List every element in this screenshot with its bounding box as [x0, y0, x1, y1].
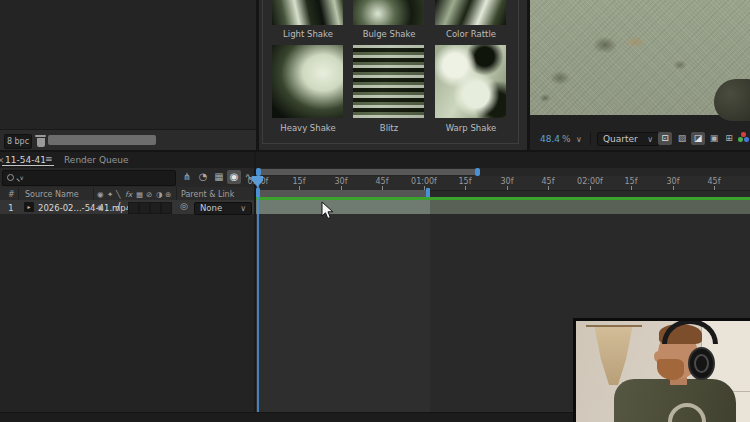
adjustment-switch-icon[interactable]: ◑	[156, 190, 163, 199]
project-panel: 8 bpc	[0, 0, 256, 150]
frame-blending-icon[interactable]: ▦	[212, 170, 226, 184]
draft-3d-icon[interactable]: ◔	[196, 170, 210, 184]
after-effects-window: 8 bpc Light Shake Bulge Shake Color Ratt…	[0, 0, 750, 422]
time-navigator-track[interactable]	[256, 168, 750, 176]
pickwhip-icon[interactable]: ◎	[180, 202, 188, 211]
ruler-label: 45f	[542, 177, 555, 186]
column-source-name[interactable]: Source Name	[25, 190, 79, 199]
search-box[interactable]: ∨	[2, 170, 176, 186]
magnification-unit: %	[562, 134, 571, 144]
preset-label[interactable]: Heavy Shake	[263, 123, 353, 133]
chevron-down-icon: ∨	[647, 135, 653, 144]
preset-label[interactable]: Warp Shake	[426, 123, 516, 133]
layer-switch-cell[interactable]	[139, 202, 150, 214]
column-parent-link[interactable]: Parent & Link	[181, 190, 234, 199]
project-panel-bottom-bar: 8 bpc	[0, 129, 256, 151]
ruler-label: 15f	[625, 177, 638, 186]
preset-thumbnail-light-shake[interactable]	[272, 0, 343, 25]
search-input[interactable]	[27, 172, 167, 184]
ruler-label: 30f	[667, 177, 680, 186]
tab-close-icon[interactable]: ×	[0, 155, 5, 165]
panel-divider[interactable]	[527, 0, 530, 150]
timeline-left-area: ∨ ⋔ ◔ ▦ ◉ ∿ # Source Name ◉ ✦ ╲ fx ▦ ⊘ ◑…	[0, 168, 254, 412]
ruler-label: 45f	[708, 177, 721, 186]
color-wheel-icon[interactable]	[738, 132, 750, 145]
macrame-wall-hanging	[591, 327, 636, 385]
layer-duration-band[interactable]	[256, 200, 430, 214]
exposure-icon[interactable]: ⊞	[722, 132, 736, 145]
preset-thumbnail-heavy-shake[interactable]	[272, 45, 343, 118]
macrame-stick	[586, 325, 642, 327]
layer-index: 1	[8, 203, 14, 213]
region-of-interest-icon[interactable]: ◪	[691, 132, 705, 145]
magnification-chevron-icon[interactable]: ∨	[576, 135, 582, 144]
magnification-value[interactable]: 48.4	[540, 134, 560, 144]
mouse-cursor	[321, 201, 334, 220]
active-tab-underline	[2, 165, 54, 166]
navigator-end-handle[interactable]	[475, 168, 480, 176]
motion-blur-switch-icon[interactable]: ⊘	[146, 190, 152, 199]
layer-switch-cell[interactable]	[128, 202, 139, 214]
panel-divider[interactable]	[256, 0, 259, 150]
mini-flowchart-icon[interactable]: ⋔	[180, 170, 194, 184]
preset-thumbnail-bulge-shake[interactable]	[353, 0, 424, 25]
webcam-overlay	[573, 318, 750, 422]
time-ruler[interactable]: 0:00f 15f 30f 45f 01:00f 15f 30f 45f 02:…	[256, 176, 750, 191]
project-scrollbar[interactable]	[48, 135, 156, 145]
preset-label[interactable]: Light Shake	[263, 29, 353, 39]
motion-blur-icon[interactable]: ◉	[227, 170, 241, 184]
preset-label[interactable]: Bulge Shake	[344, 29, 434, 39]
video-preview	[530, 0, 750, 115]
ruler-label: 30f	[501, 177, 514, 186]
layer-row[interactable]: 1 ▸ 2026-02...-54-41.mp4 ◉ / ◎ None ∨	[0, 200, 254, 214]
transparency-grid-icon[interactable]: ▨	[675, 132, 689, 145]
ruler-label: 45f	[376, 177, 389, 186]
mask-visibility-icon[interactable]: ▣	[707, 132, 721, 145]
preset-thumbnail-warp-shake[interactable]	[435, 45, 506, 118]
resolution-dropdown[interactable]: Quarter ∨	[597, 132, 659, 146]
chevron-down-icon: ∨	[240, 204, 246, 213]
search-icon	[7, 173, 18, 183]
ruler-label: 15f	[293, 177, 306, 186]
trash-icon[interactable]	[35, 134, 46, 147]
collapse-switch-icon[interactable]: ✦	[107, 190, 113, 199]
separator	[590, 132, 591, 145]
tab-composition[interactable]: 11-54-41	[5, 155, 46, 165]
fx-switch-icon[interactable]: fx	[125, 190, 132, 199]
ruler-label: 30f	[335, 177, 348, 186]
tab-menu-icon[interactable]: ≡	[45, 155, 53, 164]
shy-switch-icon[interactable]: ◉	[97, 190, 104, 199]
search-chevron-icon: ∨	[20, 175, 24, 181]
layer-shy-icon[interactable]: ◉	[97, 203, 104, 212]
ruler-label: 02:00f	[577, 177, 603, 186]
time-navigator-bar[interactable]	[256, 169, 480, 175]
resolution-value: Quarter	[603, 134, 638, 144]
layer-switch-cell[interactable]	[150, 202, 161, 214]
column-index[interactable]: #	[8, 190, 15, 199]
layer-switch-cell[interactable]	[161, 202, 172, 214]
layer-quality-switch[interactable]: /	[117, 201, 120, 212]
headphones-earcup-ring	[694, 354, 709, 373]
tab-render-queue[interactable]: Render Queue	[64, 155, 128, 165]
3d-switch-icon[interactable]: ⊛	[165, 190, 171, 199]
navigator-start-handle[interactable]	[256, 168, 261, 176]
bit-depth-button[interactable]: 8 bpc	[4, 134, 32, 149]
frame-blend-switch-icon[interactable]: ▦	[136, 190, 143, 199]
preset-label[interactable]: Blitz	[344, 123, 434, 133]
ruler-label: 15f	[459, 177, 472, 186]
composition-preview-panel: 48.4 % ∨ Quarter ∨ ⊡ ▨ ◪ ▣ ⊞	[530, 0, 750, 150]
timeline-tab-bar: × 11-54-41 ≡ Render Queue	[0, 152, 750, 168]
preset-thumbnail-color-rattle[interactable]	[435, 0, 506, 25]
preview-bottom-bar: 48.4 % ∨ Quarter ∨ ⊡ ▨ ◪ ▣ ⊞	[530, 115, 750, 150]
timeline-toolbar: ∨ ⋔ ◔ ▦ ◉ ∿	[0, 168, 254, 187]
grid-options-icon[interactable]: ⊡	[658, 132, 672, 145]
quality-switch-icon[interactable]: ╲	[116, 190, 121, 199]
timeline-column-header: # Source Name ◉ ✦ ╲ fx ▦ ⊘ ◑ ⊛ Parent & …	[0, 187, 254, 201]
ruler-label: 01:00f	[411, 177, 437, 186]
timeline-track-area[interactable]	[256, 214, 430, 412]
playhead-line[interactable]	[257, 176, 259, 412]
preset-label[interactable]: Color Rattle	[426, 29, 516, 39]
layer-duration-band-dim[interactable]	[430, 200, 750, 214]
parent-link-dropdown[interactable]: None ∨	[194, 202, 252, 215]
preset-thumbnail-blitz[interactable]	[353, 45, 424, 118]
